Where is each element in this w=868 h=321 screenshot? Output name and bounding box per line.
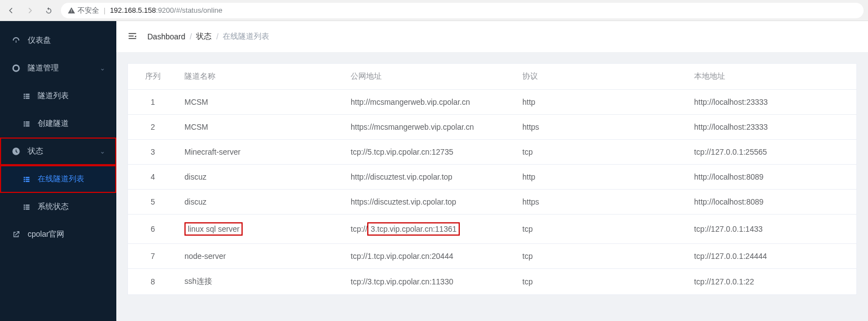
sidebar-item-dashboard[interactable]: 仪表盘 [0, 27, 116, 54]
cell-seq: 3 [128, 140, 178, 165]
table-row[interactable]: 8ssh连接tcp://3.tcp.vip.cpolar.cn:11330tcp… [128, 269, 856, 295]
sidebar-item-create-tunnel[interactable]: 创建隧道 [0, 110, 116, 137]
sidebar-item-online-tunnels[interactable]: 在线隧道列表 [0, 165, 116, 193]
cell-name: Minecraft-server [178, 140, 344, 165]
list-icon [22, 91, 31, 100]
cell-name: discuz [178, 190, 344, 215]
chevron-down-icon: ⌄ [100, 147, 105, 155]
content: 序列 隧道名称 公网地址 协议 本地地址 1MCSMhttp://mcsmang… [116, 52, 868, 321]
cell-name: MCSM [178, 115, 344, 140]
table-row[interactable]: 7node-servertcp://1.tcp.vip.cpolar.cn:20… [128, 244, 856, 269]
browser-chrome: 不安全 | 192.168.5.158:9200/#/status/online [0, 0, 868, 21]
arrow-right-icon [25, 6, 34, 15]
cell-local: http://localhost:8089 [687, 190, 856, 215]
dashboard-icon [11, 35, 21, 45]
table-header-row: 序列 隧道名称 公网地址 协议 本地地址 [128, 64, 856, 90]
cell-seq: 5 [128, 190, 178, 215]
cell-local: tcp://127.0.0.1:25565 [687, 140, 856, 165]
sidebar-toggle-button[interactable] [127, 31, 137, 43]
cell-public: tcp://5.tcp.vip.cpolar.cn:12735 [344, 140, 516, 165]
sidebar-item-system-status[interactable]: 系统状态 [0, 193, 116, 221]
topbar: Dashboard / 状态 / 在线隧道列表 [116, 21, 868, 52]
table-row[interactable]: 4discuzhttp://discuztest.vip.cpolar.toph… [128, 165, 856, 190]
table-row[interactable]: 6linux sql servertcp://3.tcp.vip.cpolar.… [128, 215, 856, 244]
sidebar-item-label: cpolar官网 [28, 230, 64, 240]
sidebar-item-label: 创建隧道 [38, 119, 69, 129]
list-icon [22, 175, 31, 184]
sidebar-item-label: 隧道管理 [28, 63, 59, 73]
external-link-icon [11, 230, 21, 240]
warning-icon [68, 7, 75, 14]
cell-local: http://localhost:8089 [687, 165, 856, 190]
cell-public: https://discuztest.vip.cpolar.top [344, 190, 516, 215]
cell-seq: 2 [128, 115, 178, 140]
cell-public: https://mcsmangerweb.vip.cpolar.cn [344, 115, 516, 140]
cell-name: linux sql server [178, 215, 344, 244]
tunnel-icon [11, 63, 21, 73]
address-divider: | [104, 6, 105, 14]
cell-seq: 7 [128, 244, 178, 269]
sidebar: 仪表盘 隧道管理 ⌄ 隧道列表 创建隧道 状态 ⌄ 在线隧道列表 系统状态 [0, 21, 116, 321]
breadcrumb-current: 在线隧道列表 [223, 32, 269, 42]
sidebar-item-label: 仪表盘 [28, 35, 51, 45]
sidebar-item-cpolar-site[interactable]: cpolar官网 [0, 221, 116, 248]
chevron-down-icon: ⌄ [100, 64, 105, 72]
cell-seq: 1 [128, 90, 178, 115]
table-row[interactable]: 2MCSMhttps://mcsmangerweb.vip.cpolar.cnh… [128, 115, 856, 140]
table-row[interactable]: 3Minecraft-servertcp://5.tcp.vip.cpolar.… [128, 140, 856, 165]
cell-proto: tcp [516, 215, 687, 244]
cell-public: tcp://1.tcp.vip.cpolar.cn:20444 [344, 244, 516, 269]
cell-name: discuz [178, 165, 344, 190]
status-icon [11, 146, 21, 156]
nav-back-button[interactable] [4, 4, 18, 17]
breadcrumb-dashboard[interactable]: Dashboard [147, 32, 186, 41]
sidebar-item-label: 系统状态 [38, 202, 69, 212]
sidebar-item-label: 在线隧道列表 [38, 174, 84, 184]
cell-proto: http [516, 90, 687, 115]
url-host: 192.168.5.158 [110, 6, 156, 14]
menu-collapse-icon [127, 31, 137, 41]
th-name: 隧道名称 [178, 64, 344, 90]
highlight-box: linux sql server [184, 222, 243, 236]
cell-seq: 4 [128, 165, 178, 190]
cell-public: http://mcsmangerweb.vip.cpolar.cn [344, 90, 516, 115]
nav-forward-button[interactable] [23, 4, 37, 17]
th-public: 公网地址 [344, 64, 516, 90]
cell-proto: https [516, 190, 687, 215]
cell-proto: tcp [516, 140, 687, 165]
cell-public-prefix: tcp:// [351, 225, 367, 233]
list-icon [22, 202, 31, 211]
cell-public: http://discuztest.vip.cpolar.top [344, 165, 516, 190]
breadcrumb-sep: / [190, 32, 192, 41]
breadcrumb: Dashboard / 状态 / 在线隧道列表 [147, 32, 269, 42]
cell-name: ssh连接 [178, 269, 344, 295]
url-path: :9200/#/status/online [156, 6, 223, 14]
reload-icon [44, 6, 53, 15]
cell-local: tcp://127.0.0.1:24444 [687, 244, 856, 269]
sidebar-item-status[interactable]: 状态 ⌄ [0, 137, 116, 165]
cell-local: http://localhost:23333 [687, 115, 856, 140]
cell-seq: 8 [128, 269, 178, 295]
sidebar-item-tunnel-management[interactable]: 隧道管理 ⌄ [0, 54, 116, 82]
cell-proto: tcp [516, 269, 687, 295]
sidebar-item-tunnel-list[interactable]: 隧道列表 [0, 82, 116, 110]
cell-public: tcp://3.tcp.vip.cpolar.cn:11361 [344, 215, 516, 244]
tunnel-table: 序列 隧道名称 公网地址 协议 本地地址 1MCSMhttp://mcsmang… [127, 63, 857, 295]
th-seq: 序列 [128, 64, 178, 90]
th-local: 本地地址 [687, 64, 856, 90]
table-row[interactable]: 5discuzhttps://discuztest.vip.cpolar.top… [128, 190, 856, 215]
not-secure-text: 不安全 [78, 6, 99, 16]
cell-name: MCSM [178, 90, 344, 115]
cell-public: tcp://3.tcp.vip.cpolar.cn:11330 [344, 269, 516, 295]
cell-local: tcp://127.0.0.1:1433 [687, 215, 856, 244]
breadcrumb-status[interactable]: 状态 [196, 32, 212, 42]
cell-name: node-server [178, 244, 344, 269]
reload-button[interactable] [42, 4, 55, 17]
th-proto: 协议 [516, 64, 687, 90]
table-row[interactable]: 1MCSMhttp://mcsmangerweb.vip.cpolar.cnht… [128, 90, 856, 115]
app-root: 仪表盘 隧道管理 ⌄ 隧道列表 创建隧道 状态 ⌄ 在线隧道列表 系统状态 [0, 21, 868, 321]
address-bar[interactable]: 不安全 | 192.168.5.158:9200/#/status/online [61, 3, 864, 18]
highlight-box: 3.tcp.vip.cpolar.cn:11361 [367, 222, 460, 236]
sidebar-item-label: 隧道列表 [38, 91, 69, 101]
list-icon [22, 119, 31, 128]
